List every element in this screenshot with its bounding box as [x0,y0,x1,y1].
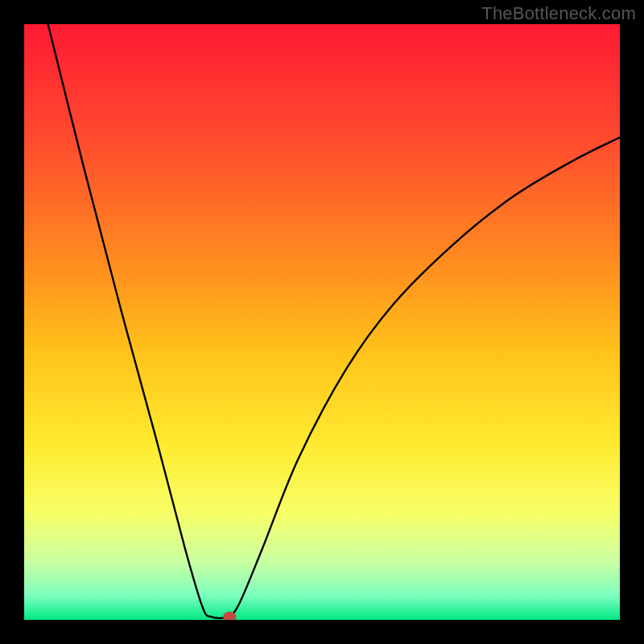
watermark-text: TheBottleneck.com [481,3,636,24]
chart-svg [24,24,620,620]
gradient-background [24,24,620,620]
chart-frame: TheBottleneck.com [0,0,644,644]
plot-area [24,24,620,620]
